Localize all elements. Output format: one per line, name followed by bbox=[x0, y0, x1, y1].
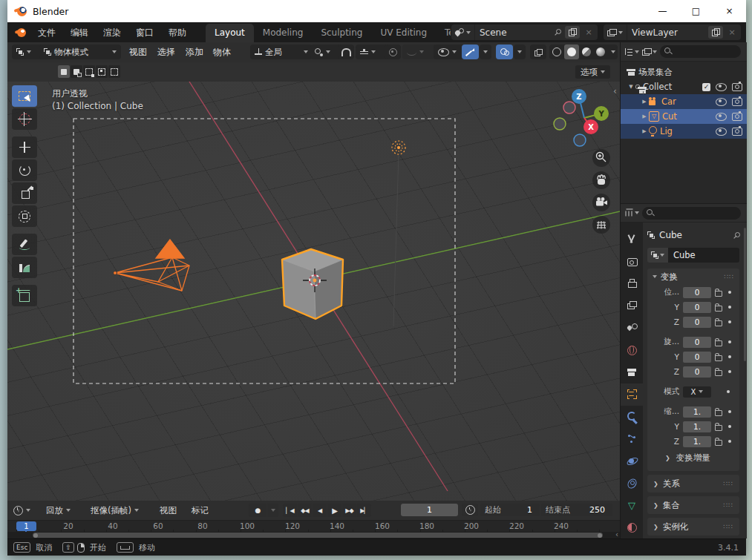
tool-transform[interactable] bbox=[12, 205, 37, 227]
lock-icon[interactable] bbox=[715, 320, 722, 326]
blender-menu-icon[interactable] bbox=[15, 28, 26, 37]
cube-object[interactable] bbox=[282, 249, 343, 319]
tab-object-data-properties[interactable]: ▽ bbox=[621, 494, 643, 516]
animate-dot[interactable] bbox=[728, 410, 731, 413]
lock-icon[interactable] bbox=[715, 370, 722, 376]
options-dropdown[interactable]: 选项 bbox=[575, 65, 610, 79]
snap-settings-dropdown[interactable] bbox=[356, 45, 388, 59]
rotation-y-field[interactable]: 0 bbox=[683, 352, 711, 363]
use-preview-range-toggle[interactable] bbox=[462, 504, 478, 516]
overlays-dropdown[interactable] bbox=[514, 45, 526, 59]
hide-eye-icon[interactable] bbox=[716, 98, 727, 106]
caret-right-icon[interactable]: ▶ bbox=[640, 113, 649, 119]
auto-keying-record-button[interactable]: ● bbox=[249, 504, 267, 517]
collection-checkbox[interactable]: ✓ bbox=[702, 83, 710, 91]
animate-dot[interactable] bbox=[728, 291, 731, 294]
tab-collection-properties[interactable] bbox=[621, 361, 643, 383]
lock-icon[interactable] bbox=[715, 425, 722, 431]
rotation-x-field[interactable]: 0 bbox=[683, 337, 711, 348]
menu-help[interactable]: 帮助 bbox=[161, 25, 194, 40]
tool-scale[interactable] bbox=[12, 182, 37, 204]
proportional-editing-toggle[interactable] bbox=[385, 45, 401, 59]
render-visibility-icon[interactable] bbox=[732, 128, 742, 136]
proportional-falloff-dropdown[interactable] bbox=[402, 45, 437, 59]
scale-y-field[interactable]: 1. bbox=[683, 421, 711, 432]
play-reverse-button[interactable]: ◀ bbox=[313, 504, 327, 517]
outliner-row-collection[interactable]: ▼ Collect ✓ bbox=[621, 79, 747, 94]
tool-move[interactable] bbox=[12, 136, 37, 158]
outliner-filter-button[interactable] bbox=[642, 48, 657, 56]
shading-wireframe-button[interactable] bbox=[549, 45, 564, 59]
location-y-field[interactable]: 0 bbox=[683, 302, 711, 313]
panel-grip-icon[interactable]: ∷∷ bbox=[724, 501, 733, 509]
timeline-menu-markers[interactable]: 标记 bbox=[192, 503, 209, 518]
scrollbar-handle[interactable] bbox=[33, 533, 603, 538]
menu-edit[interactable]: 编辑 bbox=[63, 25, 96, 40]
camera-object[interactable] bbox=[114, 240, 190, 291]
tab-render-properties[interactable] bbox=[621, 251, 643, 273]
jump-to-start-button[interactable]: ▏◀ bbox=[283, 504, 297, 517]
menu-add[interactable]: 添加 bbox=[183, 45, 206, 59]
frame-start-field[interactable]: 起始1 bbox=[480, 504, 540, 516]
shading-dropdown[interactable] bbox=[608, 50, 618, 53]
current-frame-field[interactable]: 1 bbox=[401, 504, 458, 516]
caret-down-icon[interactable]: ▼ bbox=[627, 84, 635, 90]
animate-dot[interactable] bbox=[728, 370, 731, 373]
outliner-row-scene-collection[interactable]: 场景集合 bbox=[621, 65, 747, 79]
tab-texture-paint[interactable]: Texture Paint bbox=[436, 24, 451, 42]
auto-keying-dropdown[interactable] bbox=[267, 504, 278, 517]
lock-icon[interactable] bbox=[715, 355, 722, 361]
menu-render[interactable]: 渲染 bbox=[96, 25, 128, 40]
menu-select[interactable]: 选择 bbox=[154, 45, 178, 59]
gizmos-toggle[interactable] bbox=[462, 45, 479, 59]
panel-grip-icon[interactable]: ∷∷ bbox=[725, 273, 734, 280]
properties-search-input[interactable] bbox=[642, 207, 741, 220]
outliner-search-input[interactable] bbox=[660, 45, 741, 58]
properties-scrollbar[interactable] bbox=[744, 228, 746, 361]
close-button[interactable]: × bbox=[713, 0, 746, 22]
lock-icon[interactable] bbox=[715, 440, 722, 446]
scale-z-field[interactable]: 1. bbox=[683, 436, 711, 447]
tool-rotate[interactable] bbox=[12, 159, 37, 181]
editor-type-button[interactable] bbox=[12, 45, 43, 59]
menu-file[interactable]: 文件 bbox=[30, 25, 63, 40]
tab-layout[interactable]: Layout bbox=[206, 24, 254, 42]
mode-dropdown[interactable]: 物体模式 bbox=[39, 45, 121, 59]
timeline-scrollbar[interactable]: ‹ bbox=[7, 532, 620, 538]
lock-icon[interactable] bbox=[715, 306, 722, 312]
relations-panel-header[interactable]: ❯关系∷∷ bbox=[647, 475, 739, 493]
shading-solid-button[interactable] bbox=[564, 45, 579, 59]
gizmo-neg-x-handle[interactable] bbox=[563, 102, 575, 113]
prev-keyframe-button[interactable]: ◆◀ bbox=[298, 504, 312, 517]
tab-scene-properties[interactable] bbox=[621, 317, 643, 339]
shading-rendered-button[interactable] bbox=[594, 45, 609, 59]
outliner-editor-type-button[interactable] bbox=[625, 48, 639, 56]
location-z-field[interactable]: 0 bbox=[683, 317, 711, 328]
navigation-gizmo[interactable]: Z Y X bbox=[554, 89, 609, 146]
tool-measure[interactable] bbox=[12, 257, 37, 278]
select-mode-subtract-button[interactable] bbox=[83, 65, 95, 78]
light-object[interactable] bbox=[392, 141, 405, 154]
caret-right-icon[interactable]: ▶ bbox=[640, 128, 649, 134]
tab-particle-properties[interactable] bbox=[621, 428, 643, 450]
object-browse-button[interactable] bbox=[647, 248, 668, 263]
caret-right-icon[interactable]: ▶ bbox=[640, 99, 649, 105]
tab-uv-editing[interactable]: UV Editing bbox=[371, 24, 436, 42]
rotation-mode-dropdown[interactable]: X bbox=[683, 386, 711, 398]
tab-tool-properties[interactable] bbox=[621, 228, 643, 251]
tool-select-box[interactable] bbox=[12, 85, 37, 107]
tab-material-properties[interactable] bbox=[621, 516, 643, 538]
animate-dot[interactable] bbox=[728, 425, 731, 428]
select-mode-set-button[interactable] bbox=[58, 65, 70, 78]
tab-physics-properties[interactable] bbox=[621, 450, 643, 472]
animate-dot[interactable] bbox=[727, 390, 730, 393]
tab-view-layer-properties[interactable] bbox=[621, 295, 643, 317]
animate-dot[interactable] bbox=[728, 340, 731, 343]
tab-constraint-properties[interactable] bbox=[621, 472, 643, 494]
render-visibility-icon[interactable] bbox=[732, 83, 742, 91]
menu-window[interactable]: 窗口 bbox=[128, 25, 161, 40]
current-frame-badge[interactable]: 1 bbox=[16, 521, 36, 531]
outliner-row-light[interactable]: ▶ Lig bbox=[621, 124, 747, 139]
viewlayer-browse-button[interactable] bbox=[604, 24, 627, 40]
collections-panel-header[interactable]: ❯集合∷∷ bbox=[647, 496, 739, 514]
